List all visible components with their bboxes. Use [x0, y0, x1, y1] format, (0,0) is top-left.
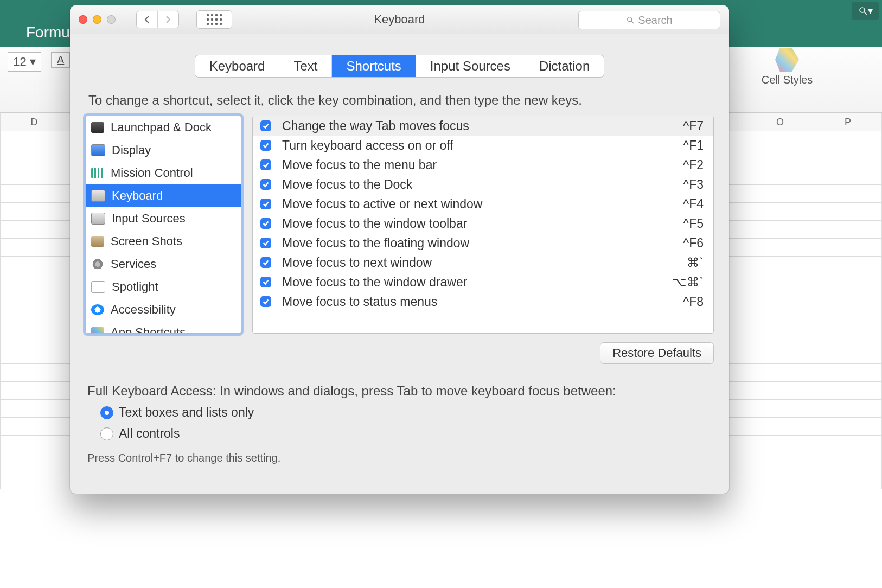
shortcut-key[interactable]: ^F1: [683, 138, 704, 153]
gear-icon: [91, 259, 104, 270]
app-search-icon[interactable]: ▾: [852, 2, 879, 20]
font-size-value: 12: [13, 55, 26, 69]
radio-button[interactable]: [100, 406, 113, 419]
minimize-button[interactable]: [93, 15, 101, 24]
show-all-button[interactable]: [196, 10, 232, 29]
checkbox[interactable]: [260, 238, 271, 248]
access-option[interactable]: Text boxes and lists only: [100, 405, 714, 420]
shortcut-table[interactable]: Change the way Tab moves focus^F7Turn ke…: [252, 116, 714, 334]
checkbox[interactable]: [260, 179, 271, 190]
hint-text: Press Control+F7 to change this setting.: [87, 452, 714, 464]
back-button[interactable]: [137, 11, 158, 28]
shortcut-row[interactable]: Move focus to next window⌘`: [253, 253, 713, 272]
shortcut-row[interactable]: Move focus to the menu bar^F2: [253, 155, 713, 175]
shortcut-key[interactable]: ⌘`: [687, 255, 704, 270]
cell-styles-group[interactable]: Cell Styles: [757, 48, 817, 86]
checkbox[interactable]: [260, 218, 271, 229]
shortcut-key[interactable]: ^F3: [683, 177, 704, 192]
shortcut-label: Change the way Tab moves focus: [282, 119, 672, 133]
category-label: Keyboard: [112, 189, 163, 203]
search-field[interactable]: Search: [578, 11, 720, 29]
shortcut-label: Move focus to next window: [282, 255, 676, 270]
tab-text[interactable]: Text: [279, 55, 332, 77]
forward-button[interactable]: [158, 11, 178, 28]
zoom-button[interactable]: [107, 15, 116, 24]
category-input-sources[interactable]: Input Sources: [86, 207, 241, 230]
radio-label: Text boxes and lists only: [119, 405, 254, 420]
svg-point-2: [628, 17, 632, 22]
shortcut-key[interactable]: ⌥⌘`: [672, 275, 704, 290]
category-app-shortcuts[interactable]: App Shortcuts: [86, 321, 241, 334]
radio-button[interactable]: [100, 427, 113, 440]
shortcut-key[interactable]: ^F8: [683, 295, 704, 309]
tab-shortcuts[interactable]: Shortcuts: [332, 55, 416, 77]
restore-defaults-button[interactable]: Restore Defaults: [600, 342, 714, 364]
cell-styles-label: Cell Styles: [762, 74, 813, 86]
category-label: Input Sources: [112, 212, 186, 226]
shortcut-row[interactable]: Move focus to active or next window^F4: [253, 194, 713, 214]
font-size-selector[interactable]: 12 ▾: [8, 52, 41, 72]
checkbox[interactable]: [260, 159, 271, 170]
checkbox[interactable]: [260, 120, 271, 131]
close-button[interactable]: [79, 15, 87, 24]
shortcut-key[interactable]: ^F5: [683, 216, 704, 231]
shortcut-key[interactable]: ^F2: [683, 158, 704, 172]
category-mission-control[interactable]: Mission Control: [86, 162, 241, 184]
category-display[interactable]: Display: [86, 139, 241, 162]
tab-dictation[interactable]: Dictation: [525, 55, 604, 77]
category-services[interactable]: Services: [86, 253, 241, 276]
category-accessibility[interactable]: Accessibility: [86, 298, 241, 321]
category-label: Accessibility: [111, 303, 176, 317]
font-color-button[interactable]: A: [51, 52, 70, 68]
input-icon: [91, 213, 105, 225]
shortcut-label: Move focus to the floating window: [282, 236, 672, 251]
display-icon: [91, 144, 105, 156]
shortcut-label: Move focus to the window toolbar: [282, 216, 672, 231]
shortcut-row[interactable]: Move focus to the floating window^F6: [253, 233, 713, 253]
shortcut-label: Turn keyboard access on or off: [282, 138, 672, 153]
access-option[interactable]: All controls: [100, 426, 714, 441]
checkbox[interactable]: [260, 199, 271, 209]
titlebar: Keyboard Search: [70, 5, 729, 34]
col-header-o[interactable]: O: [746, 113, 814, 131]
shortcut-row[interactable]: Change the way Tab moves focus^F7: [253, 116, 713, 136]
col-header-d[interactable]: D: [1, 113, 68, 131]
tab-keyboard[interactable]: Keyboard: [195, 55, 280, 77]
search-placeholder: Search: [638, 14, 672, 27]
checkbox[interactable]: [260, 257, 271, 268]
paintbrush-icon: [775, 48, 799, 72]
tab-input-sources[interactable]: Input Sources: [416, 55, 525, 77]
shortcut-label: Move focus to the Dock: [282, 177, 672, 192]
nav-buttons: [136, 11, 179, 28]
access-icon: [91, 304, 104, 315]
shortcut-key[interactable]: ^F7: [683, 119, 704, 133]
category-screen-shots[interactable]: Screen Shots: [86, 230, 241, 253]
category-spotlight[interactable]: Spotlight: [86, 276, 241, 298]
grid-icon: [207, 14, 222, 25]
font-color-label: A: [57, 54, 64, 66]
category-keyboard[interactable]: Keyboard: [86, 184, 241, 207]
keyboard-icon: [91, 190, 105, 202]
shortcut-row[interactable]: Move focus to the window toolbar^F5: [253, 214, 713, 233]
full-keyboard-access-text: Full Keyboard Access: In windows and dia…: [87, 384, 714, 399]
shortcut-row[interactable]: Turn keyboard access on or off^F1: [253, 136, 713, 155]
shortcut-key[interactable]: ^F4: [683, 197, 704, 212]
shortcut-row[interactable]: Move focus to the window drawer⌥⌘`: [253, 272, 713, 292]
shortcut-row[interactable]: Move focus to status menus^F8: [253, 292, 713, 311]
checkbox[interactable]: [260, 296, 271, 307]
doc-icon: [91, 281, 105, 293]
category-label: Screen Shots: [111, 234, 182, 248]
checkbox[interactable]: [260, 277, 271, 287]
category-launchpad-dock[interactable]: Launchpad & Dock: [86, 116, 241, 139]
shortcut-key[interactable]: ^F6: [683, 236, 704, 251]
preferences-window: Keyboard Search KeyboardTextShortcutsInp…: [70, 5, 729, 494]
camera-icon: [91, 236, 104, 247]
checkbox[interactable]: [260, 140, 271, 151]
search-icon: [626, 16, 635, 24]
mission-icon: [91, 168, 104, 178]
radio-label: All controls: [119, 426, 180, 441]
shortcut-row[interactable]: Move focus to the Dock^F3: [253, 175, 713, 194]
category-list[interactable]: Launchpad & DockDisplayMission ControlKe…: [85, 116, 241, 334]
col-header-p[interactable]: P: [814, 113, 882, 131]
shortcut-label: Move focus to active or next window: [282, 197, 672, 212]
